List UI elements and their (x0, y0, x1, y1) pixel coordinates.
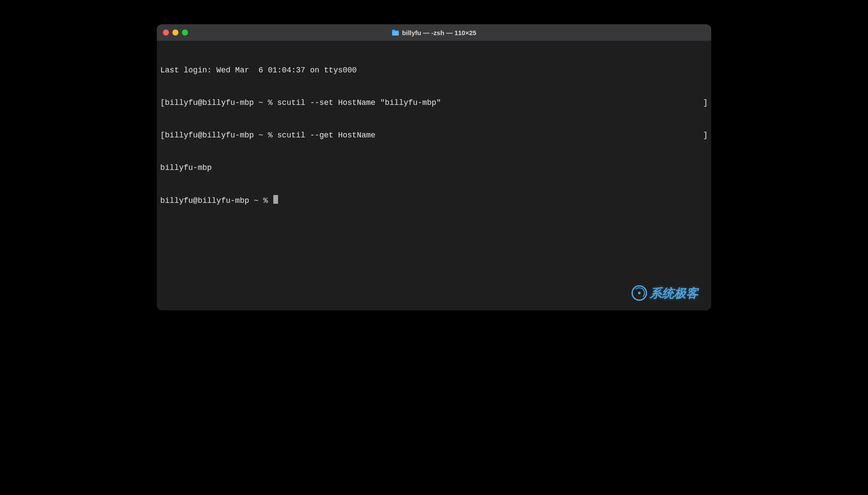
watermark-logo-icon (632, 285, 647, 301)
window-title: billyfu — -zsh — 110×25 (157, 29, 711, 36)
terminal-text: [billyfu@billyfu-mbp ~ % scutil --get Ho… (160, 131, 376, 140)
terminal-text: [billyfu@billyfu-mbp ~ % scutil --set Ho… (160, 98, 441, 107)
terminal-body[interactable]: Last login: Wed Mar 6 01:04:37 on ttys00… (157, 41, 711, 310)
traffic-lights (163, 29, 188, 36)
terminal-line: [billyfu@billyfu-mbp ~ % scutil --get Ho… (160, 130, 708, 141)
window-title-text: billyfu — -zsh — 110×25 (402, 29, 476, 36)
maximize-button[interactable] (182, 29, 188, 36)
line-end-bracket: ] (703, 130, 708, 141)
terminal-window: billyfu — -zsh — 110×25 Last login: Wed … (157, 24, 711, 310)
title-bar[interactable]: billyfu — -zsh — 110×25 (157, 24, 711, 41)
terminal-text: billyfu@billyfu-mbp ~ % (160, 196, 272, 205)
terminal-line: billyfu@billyfu-mbp ~ % (160, 195, 708, 206)
watermark-text: 系统极客 (650, 288, 698, 299)
cursor-icon (273, 195, 278, 204)
terminal-text: Last login: Wed Mar 6 01:04:37 on ttys00… (160, 66, 357, 75)
terminal-line: Last login: Wed Mar 6 01:04:37 on ttys00… (160, 65, 708, 76)
watermark: 系统极客 (632, 285, 698, 301)
folder-icon (392, 29, 399, 36)
minimize-button[interactable] (172, 29, 178, 36)
terminal-line: billyfu-mbp (160, 163, 708, 173)
terminal-text: billyfu-mbp (160, 163, 212, 172)
close-button[interactable] (163, 29, 169, 36)
line-end-bracket: ] (703, 98, 708, 108)
terminal-line: [billyfu@billyfu-mbp ~ % scutil --set Ho… (160, 98, 708, 108)
